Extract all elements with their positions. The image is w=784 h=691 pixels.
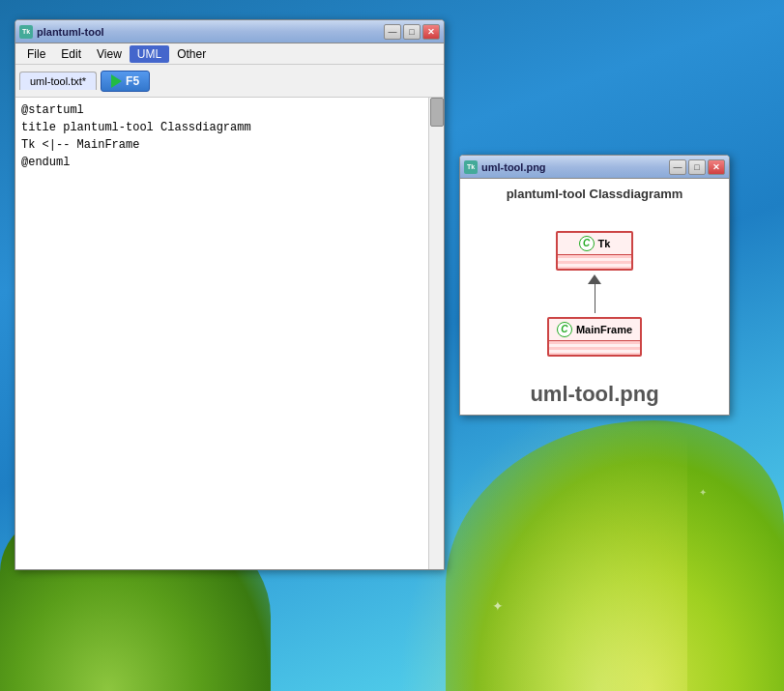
main-window-title: plantuml-tool	[37, 26, 382, 38]
uml-inheritance-arrow	[588, 274, 601, 313]
main-window: Tk plantuml-tool — □ ✕ File Edit View UM…	[15, 19, 445, 570]
uml-class-tk-body	[558, 255, 631, 269]
uml-class-mainframe-name: MainFrame	[576, 324, 632, 335]
scrollbar-thumb[interactable]	[430, 98, 444, 127]
editor-textarea[interactable]	[15, 98, 444, 569]
sparkle-icon-2: ✦	[492, 598, 504, 614]
diagram-area: C Tk C MainFrame	[468, 211, 721, 376]
menu-other[interactable]: Other	[169, 45, 214, 63]
uml-class-mainframe-header: C MainFrame	[549, 319, 640, 341]
main-window-minimize-button[interactable]: —	[384, 24, 401, 40]
png-filename: uml-tool.png	[530, 382, 658, 407]
editor-scrollbar[interactable]	[428, 98, 444, 569]
uml-class-tk-header: C Tk	[558, 233, 631, 255]
png-window-title: uml-tool.png	[481, 161, 667, 173]
png-window-maximize-button[interactable]: □	[688, 159, 706, 175]
png-window-icon: Tk	[464, 160, 478, 174]
menu-view[interactable]: View	[89, 45, 130, 63]
arrow-head-icon	[588, 274, 601, 284]
png-window-close-button[interactable]: ✕	[708, 159, 725, 175]
sparkle-icon-3: ✦	[699, 487, 707, 498]
png-window-titlebar: Tk uml-tool.png — □ ✕	[460, 156, 729, 179]
menu-edit[interactable]: Edit	[53, 45, 89, 63]
png-window: Tk uml-tool.png — □ ✕ plantuml-tool Clas…	[459, 155, 730, 416]
uml-class-mainframe: C MainFrame	[547, 317, 642, 357]
png-window-minimize-button[interactable]: —	[669, 159, 686, 175]
uml-class-mainframe-icon: C	[557, 322, 572, 337]
run-play-icon	[111, 74, 122, 88]
main-menubar: File Edit View UML Other	[15, 43, 444, 65]
main-window-maximize-button[interactable]: □	[403, 24, 421, 40]
uml-class-tk-icon: C	[579, 236, 595, 251]
diagram-title: plantuml-tool Classdiagramm	[507, 187, 683, 201]
editor-area	[15, 98, 444, 569]
run-label: F5	[126, 74, 139, 88]
arrow-line	[595, 284, 595, 313]
run-button[interactable]: F5	[101, 71, 150, 92]
png-content: plantuml-tool Classdiagramm C Tk C MainF…	[460, 179, 729, 415]
main-window-close-button[interactable]: ✕	[422, 24, 440, 40]
menu-file[interactable]: File	[19, 45, 53, 63]
main-toolbar: uml-tool.txt* F5	[15, 65, 444, 98]
uml-class-tk: C Tk	[556, 231, 633, 271]
menu-uml[interactable]: UML	[130, 45, 169, 63]
main-window-icon: Tk	[19, 25, 33, 39]
uml-class-mainframe-body	[549, 341, 640, 355]
uml-class-tk-name: Tk	[598, 238, 611, 249]
file-tab[interactable]: uml-tool.txt*	[19, 72, 97, 90]
main-window-titlebar: Tk plantuml-tool — □ ✕	[15, 20, 444, 43]
